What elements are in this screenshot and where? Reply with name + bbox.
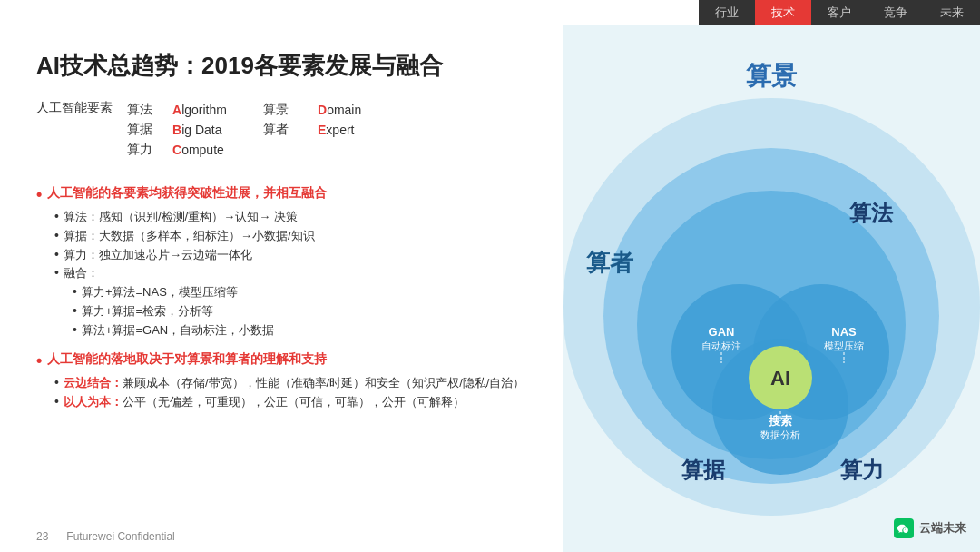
- nav-item-tech[interactable]: 技术: [755, 0, 811, 25]
- nav-item-competition[interactable]: 竞争: [867, 0, 924, 25]
- page-number: 23: [36, 530, 48, 543]
- elements-table: 人工智能要素 算法 Algorithm 算景 Domain 算据 Big Dat…: [36, 100, 534, 160]
- svg-text:自动标注: 自动标注: [701, 340, 741, 351]
- svg-text:算据: 算据: [681, 458, 726, 482]
- svg-text:模型压缩: 模型压缩: [824, 340, 864, 351]
- nav-item-industry[interactable]: 行业: [699, 0, 755, 25]
- bullet-ter-2: 算力+算据=检索，分析等: [73, 302, 534, 321]
- svg-text:数据分析: 数据分析: [760, 429, 800, 440]
- svg-text:NAS: NAS: [831, 325, 857, 339]
- elem-en2-1: Domain: [318, 103, 390, 117]
- bullet-primary-1: 人工智能的各要素均获得突破性进展，并相互融合: [36, 183, 534, 206]
- bullet-sec-6: 以人为本：公平（无偏差，可重现），公正（可信，可靠），公开（可解释）: [54, 393, 534, 412]
- diagram-container: 算景 算者 算法 AI GAN: [563, 25, 980, 552]
- bullet-sec-4: 融合：: [54, 264, 534, 283]
- nav-item-future[interactable]: 未来: [924, 0, 980, 25]
- wechat-icon: [894, 518, 914, 538]
- elem-en-1: Algorithm: [172, 103, 263, 117]
- bullet-ter-1: 算力+算法=NAS，模型压缩等: [73, 283, 534, 302]
- main-content: AI技术总趋势：2019各要素发展与融合 人工智能要素 算法 Algorithm…: [0, 25, 980, 552]
- bullet-sec-3: 算力：独立加速芯片→云边端一体化: [54, 246, 534, 265]
- top-navigation: 行业 技术 客户 竞争 未来: [699, 0, 980, 25]
- elem-zh2-1: 算景: [263, 102, 318, 118]
- watermark: 云端未来: [894, 518, 966, 538]
- right-panel: 算景 算者 算法 AI GAN: [563, 25, 980, 552]
- svg-text:AI: AI: [770, 367, 790, 389]
- svg-text:GAN: GAN: [709, 325, 735, 339]
- svg-text:算力: 算力: [840, 458, 884, 482]
- elements-grid: 算法 Algorithm 算景 Domain 算据 Big Data 算者 Ex…: [127, 100, 390, 160]
- left-panel: AI技术总趋势：2019各要素发展与融合 人工智能要素 算法 Algorithm…: [0, 25, 563, 552]
- elem-en-2: Big Data: [172, 123, 263, 137]
- elem-zh-2: 算据: [127, 122, 172, 138]
- elem-zh2-2: 算者: [263, 122, 318, 138]
- elem-zh-3: 算力: [127, 142, 172, 158]
- bullet-ter-3: 算法+算据=GAN，自动标注，小数据: [73, 321, 534, 340]
- elem-zh-1: 算法: [127, 102, 172, 118]
- elem-en-3: Compute: [172, 143, 263, 157]
- elem-en2-2: Expert: [318, 123, 390, 137]
- watermark-text: 云端未来: [919, 520, 966, 537]
- content-section: 人工智能的各要素均获得突破性进展，并相互融合 算法：感知（识别/检测/重构）→认…: [36, 176, 534, 534]
- elements-label: 人工智能要素: [36, 100, 113, 160]
- confidential-label: Futurewei Confidential: [66, 530, 174, 543]
- bullet-sec-1: 算法：感知（识别/检测/重构）→认知→ 决策: [54, 208, 534, 227]
- svg-text:算景: 算景: [746, 62, 798, 90]
- nav-item-customer[interactable]: 客户: [811, 0, 867, 25]
- bullet-sec-2: 算据：大数据（多样本，细标注）→小数据/知识: [54, 227, 534, 246]
- footer: 23 Futurewei Confidential: [36, 530, 175, 543]
- svg-text:算者: 算者: [586, 249, 634, 276]
- bullet-sec-5: 云边结合：兼顾成本（存储/带宽），性能（准确率/时延）和安全（知识产权/隐私/自…: [54, 374, 534, 393]
- bullet-primary-2: 人工智能的落地取决于对算景和算者的理解和支持: [36, 350, 534, 372]
- page-title: AI技术总趋势：2019各要素发展与融合: [36, 51, 534, 82]
- svg-text:算法: 算法: [849, 201, 894, 225]
